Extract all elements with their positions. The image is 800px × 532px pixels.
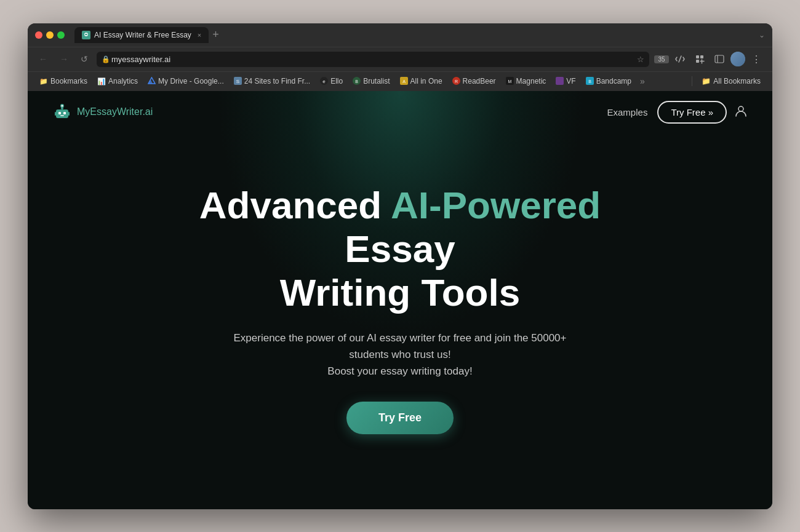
back-button[interactable]: ← [35, 52, 51, 66]
forward-button[interactable]: → [56, 52, 72, 66]
svg-text:R: R [455, 79, 458, 84]
svg-rect-4 [700, 55, 703, 58]
site-navbar: MyEssayWriter.ai Examples Try Free » [28, 91, 772, 133]
allinone-icon: A [400, 77, 408, 86]
new-tab-btn[interactable]: + [212, 28, 219, 41]
logo-text-accent: .ai [142, 106, 153, 117]
extensions-button[interactable] [691, 50, 708, 68]
extensions-badge[interactable]: 35 [654, 55, 669, 63]
ello-icon: e [320, 77, 328, 86]
hero-subtitle: Experience the power of our AI essay wri… [215, 330, 585, 380]
tab-close-btn[interactable]: × [198, 31, 201, 39]
hero-subtitle-line2: Boost your essay writing today! [327, 365, 472, 377]
vf-icon [556, 77, 564, 86]
drive-icon [148, 77, 156, 86]
svg-point-34 [738, 106, 743, 111]
bookmark-item-magnetic[interactable]: M Magnetic [502, 75, 551, 88]
traffic-light-maximize[interactable] [57, 31, 65, 39]
bookmark-item-bookmarks[interactable]: 📁 Bookmarks [35, 75, 92, 87]
hero-cta-button[interactable]: Try Free [346, 402, 454, 434]
bookmark-item-brutalist[interactable]: B Brutalist [348, 75, 394, 88]
bookmarks-separator [692, 76, 692, 86]
svg-rect-33 [68, 112, 70, 116]
all-bookmarks-label: All Bookmarks [713, 77, 761, 85]
bookmark-label-allinone: All in One [410, 77, 442, 85]
all-bookmarks-folder-icon: 📁 [702, 77, 711, 85]
active-tab[interactable]: AI Essay Writer & Free Essay × [74, 27, 209, 43]
bookmark-label-bandcamp: Bandcamp [596, 77, 631, 85]
bookmarks-right: 📁 All Bookmarks [689, 75, 765, 87]
reload-button[interactable]: ↺ [77, 52, 92, 66]
svg-text:B: B [355, 79, 358, 84]
svg-rect-27 [63, 112, 66, 114]
logo-text-main: MyEssayWriter [77, 106, 142, 117]
bookmarks-more-button[interactable]: » [637, 74, 648, 88]
bookmark-label-ello: Ello [330, 77, 343, 85]
bookmark-item-allinone[interactable]: A All in One [396, 75, 447, 88]
all-bookmarks-link[interactable]: 📁 All Bookmarks [697, 75, 765, 87]
title-bar: AI Essay Writer & Free Essay × + ⌄ [28, 23, 772, 47]
tab-list-chevron[interactable]: ⌄ [759, 31, 765, 39]
bookmark-item-ello[interactable]: e Ello [316, 75, 347, 88]
tab-bar: AI Essay Writer & Free Essay × + ⌄ [74, 27, 765, 43]
tab-favicon [82, 31, 90, 39]
bookmark-item-bandcamp[interactable]: B Bandcamp [582, 75, 636, 88]
svg-rect-25 [56, 109, 68, 118]
svg-text:M: M [508, 79, 511, 84]
bookmark-label-magnetic: Magnetic [516, 77, 546, 85]
traffic-light-close[interactable] [35, 31, 42, 39]
site-logo[interactable]: MyEssayWriter.ai [52, 102, 153, 122]
hero-title-highlight: AI-Powered [391, 184, 601, 226]
24sites-icon: S [234, 77, 242, 86]
svg-rect-5 [696, 60, 699, 63]
menu-button[interactable]: ⋮ [748, 50, 765, 68]
bandcamp-icon: B [586, 77, 594, 86]
svg-rect-3 [696, 55, 699, 58]
bookmarks-bar: 📁 Bookmarks 📊 Analytics My Drive - Googl… [28, 71, 772, 91]
traffic-light-minimize[interactable] [46, 31, 54, 39]
bookmark-item-analytics[interactable]: 📊 Analytics [93, 75, 142, 87]
bookmark-item-24sites[interactable]: S 24 Sites to Find Fr... [230, 75, 314, 88]
bookmark-item-readbeer[interactable]: R ReadBeer [448, 75, 500, 88]
hero-title-part2: Essay [345, 228, 455, 270]
devtools-button[interactable] [671, 50, 689, 68]
bookmark-label-drive: My Drive - Google... [158, 77, 224, 85]
bookmark-label-bookmarks: Bookmarks [50, 77, 87, 85]
bookmark-item-drive[interactable]: My Drive - Google... [143, 75, 228, 88]
traffic-lights [35, 31, 65, 39]
readbeer-icon: R [452, 77, 460, 86]
svg-rect-2 [85, 34, 87, 35]
user-account-icon[interactable] [734, 104, 748, 121]
bookmarks-folder-icon: 📁 [39, 77, 48, 85]
bookmark-item-vf[interactable]: VF [551, 75, 580, 88]
logo-text: MyEssayWriter.ai [77, 106, 153, 117]
nav-examples-link[interactable]: Examples [607, 107, 648, 117]
svg-text:A: A [402, 79, 406, 84]
sidebar-button[interactable] [711, 50, 728, 68]
svg-text:e: e [322, 79, 326, 84]
magnetic-icon: M [506, 77, 514, 86]
hero-title-part1: Advanced [199, 184, 391, 226]
analytics-icon: 📊 [97, 77, 106, 85]
svg-rect-26 [58, 112, 61, 114]
bookmark-label-24sites: 24 Sites to Find Fr... [244, 77, 310, 85]
bookmark-label-analytics: Analytics [108, 77, 138, 85]
bookmark-label-readbeer: ReadBeer [463, 77, 496, 85]
nav-try-free-button[interactable]: Try Free » [657, 101, 727, 124]
address-bar-container: 🔒 ☆ [97, 52, 649, 67]
nav-bar: ← → ↺ 🔒 ☆ 35 [28, 47, 772, 71]
hero-title: Advanced AI-Powered Essay Writing Tools [154, 183, 646, 315]
hero-section: Advanced AI-Powered Essay Writing Tools … [28, 133, 772, 509]
brutalist-icon: B [353, 77, 361, 86]
bookmark-label-vf: VF [566, 77, 575, 85]
address-input[interactable] [97, 52, 649, 67]
profile-avatar[interactable] [730, 52, 745, 66]
svg-rect-32 [55, 112, 56, 116]
logo-robot-icon [52, 102, 72, 122]
hero-title-line2: Writing Tools [280, 271, 520, 314]
website-content: MyEssayWriter.ai Examples Try Free » Adv… [28, 91, 772, 509]
tab-title: AI Essay Writer & Free Essay [94, 31, 191, 39]
bookmark-star-icon[interactable]: ☆ [637, 55, 644, 64]
svg-rect-28 [60, 115, 64, 116]
svg-text:S: S [236, 79, 239, 84]
